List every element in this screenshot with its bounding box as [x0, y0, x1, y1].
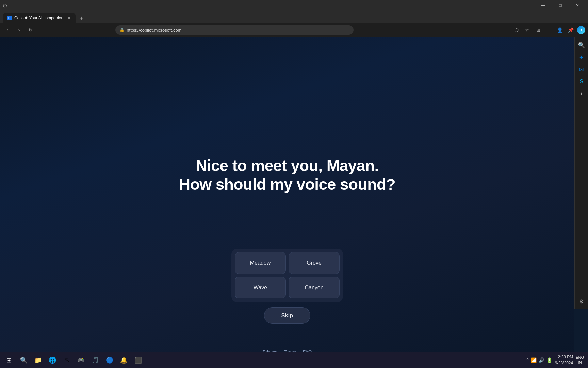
back-button[interactable]: ‹ [3, 25, 12, 35]
taskbar-clock[interactable]: 2:23 PM 9/28/2024 [555, 354, 573, 366]
voice-option-meadow[interactable]: Meadow [235, 252, 286, 274]
start-button[interactable]: ⊞ [2, 353, 16, 367]
forward-button[interactable]: › [14, 25, 24, 35]
voice-grid: Meadow Grove Wave Canyon [231, 249, 343, 302]
taskbar-apps: 🔍 📁 🌐 ♨ 🎮 🎵 🔵 🔔 ⬛ [17, 353, 145, 367]
collections-icon[interactable]: 📌 [566, 25, 576, 35]
battery-icon: 🔋 [546, 357, 552, 363]
favorites-icon[interactable]: ☆ [523, 25, 532, 35]
voice-options-container: Meadow Grove Wave Canyon Skip [231, 249, 343, 324]
taskbar-terminal[interactable]: ⬛ [131, 353, 145, 367]
system-tray: ^ 📶 🔊 🔋 [526, 357, 552, 363]
url-display: https://copilot.microsoft.com [127, 28, 181, 33]
sidebar-settings-icon[interactable]: ⚙ [576, 296, 587, 307]
voice-option-wave[interactable]: Wave [235, 277, 286, 298]
tab-close-button[interactable]: ✕ [66, 15, 71, 21]
taskbar-edge[interactable]: 🌐 [46, 353, 59, 367]
sidebar-copilot-icon[interactable]: ✦ [576, 52, 587, 63]
tab-bar: C Copilot: Your AI companion ✕ + [0, 11, 588, 23]
refresh-button[interactable]: ↻ [26, 25, 35, 35]
sidebar-outlook-icon[interactable]: ✉ [576, 64, 587, 75]
profile-icon[interactable]: 👤 [555, 25, 565, 35]
taskbar: ⊞ 🔍 📁 🌐 ♨ 🎮 🎵 🔵 🔔 ⬛ ^ 📶 🔊 🔋 2:23 PM 9/28… [0, 352, 588, 368]
voice-option-grove[interactable]: Grove [289, 252, 340, 274]
chevron-icon[interactable]: ^ [526, 357, 529, 363]
close-button[interactable]: ✕ [570, 0, 585, 11]
browser-logo: ⊙ [3, 2, 7, 9]
heading-section: Nice to meet you, Mayan. How should my v… [179, 156, 395, 194]
extensions-icon[interactable]: ⊞ [534, 25, 543, 35]
tab-favicon: C [7, 16, 12, 20]
taskbar-search[interactable]: 🔍 [17, 353, 31, 367]
address-bar[interactable]: 🔒 https://copilot.microsoft.com [115, 25, 354, 35]
window-controls: — □ ✕ [536, 0, 585, 11]
title-bar: ⊙ — □ ✕ [0, 0, 588, 11]
volume-icon[interactable]: 🔊 [539, 357, 544, 363]
taskbar-chrome[interactable]: 🔵 [103, 353, 116, 367]
voice-option-canyon[interactable]: Canyon [289, 277, 340, 298]
sidebar-skype-icon[interactable]: S [576, 76, 587, 87]
language-indicator[interactable]: ENGIN [576, 355, 584, 365]
network-icon[interactable]: 📶 [531, 357, 537, 363]
main-content: Nice to meet you, Mayan. How should my v… [0, 37, 574, 368]
sidebar-add-icon[interactable]: + [576, 89, 587, 99]
browser-sidebar: 🔍 ✦ ✉ S + ⚙ [574, 37, 588, 309]
taskbar-file-explorer[interactable]: 📁 [31, 353, 45, 367]
taskbar-notifications[interactable]: 🔔 [117, 353, 131, 367]
taskbar-game[interactable]: 🎮 [74, 353, 88, 367]
title-bar-left: ⊙ [3, 2, 7, 9]
clock-date: 9/28/2024 [555, 360, 573, 366]
maximize-button[interactable]: □ [553, 0, 568, 11]
heading-line1: Nice to meet you, Mayan. [179, 156, 395, 175]
clock-time: 2:23 PM [555, 354, 573, 360]
address-bar-row: ‹ › ↻ 🔒 https://copilot.microsoft.com ⬡ … [0, 23, 588, 37]
sidebar-search-icon[interactable]: 🔍 [576, 40, 587, 50]
share-icon[interactable]: ⬡ [512, 25, 521, 35]
skip-button[interactable]: Skip [264, 307, 311, 324]
active-tab[interactable]: C Copilot: Your AI companion ✕ [3, 13, 76, 23]
new-tab-button[interactable]: + [77, 14, 86, 23]
copilot-toolbar-icon[interactable]: ✦ [577, 26, 585, 34]
browser-menu-icon[interactable]: ⋯ [544, 25, 554, 35]
tab-title: Copilot: Your AI companion [14, 16, 63, 20]
taskbar-steam[interactable]: ♨ [60, 353, 74, 367]
heading-line2: How should my voice sound? [179, 175, 395, 194]
toolbar-right: ⬡ ☆ ⊞ ⋯ 👤 📌 ✦ [512, 25, 585, 35]
taskbar-music[interactable]: 🎵 [88, 353, 102, 367]
taskbar-right: ^ 📶 🔊 🔋 2:23 PM 9/28/2024 ENGIN [526, 354, 588, 366]
minimize-button[interactable]: — [536, 0, 551, 11]
